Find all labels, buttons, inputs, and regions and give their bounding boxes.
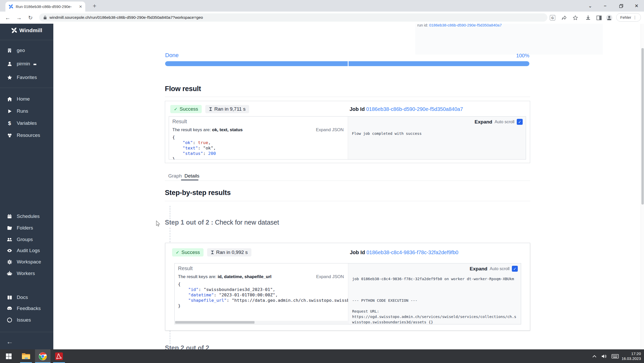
calendar-icon	[7, 214, 12, 219]
job-id-link[interactable]: 0186eb38-c8c4-9836-f78c-32fa2def9fb0	[366, 250, 458, 255]
window-chevron-button[interactable]: ⌄	[584, 2, 596, 10]
taskbar-clock[interactable]: 17:20 16.03.2023	[622, 351, 641, 361]
scrollbar-thumb[interactable]	[175, 321, 255, 324]
share-icon[interactable]	[561, 14, 567, 21]
browser-tab[interactable]: Run 0186eb38-c86b-d590-290e- ✕	[5, 2, 85, 12]
download-icon[interactable]	[585, 14, 591, 21]
profile-error-button[interactable]: Fehler ⋮	[616, 13, 641, 22]
profile-avatar-icon[interactable]	[606, 14, 613, 21]
groups-icon	[7, 237, 12, 242]
dollar-icon: $	[7, 120, 12, 126]
windmill-logo[interactable]: Windmill	[0, 27, 53, 33]
page-scrollbar[interactable]	[641, 24, 644, 349]
sidebar-item-label: Resources	[17, 132, 40, 138]
gear-icon	[7, 259, 12, 265]
cubes-icon	[7, 132, 12, 138]
play-icon	[7, 108, 12, 114]
translate-icon[interactable]: G	[549, 14, 556, 21]
window-minimize-button[interactable]: −	[599, 2, 611, 10]
back-button[interactable]: ←	[4, 14, 12, 22]
keyboard-icon[interactable]	[612, 354, 619, 359]
sidebar-item-label: Docs	[17, 295, 28, 300]
result-panel: Result The result keys are: id, datetime…	[174, 263, 521, 324]
sidebar-item-label: geo	[17, 48, 25, 53]
progress-bar	[165, 61, 529, 66]
sidebar-item-audit-logs[interactable]: Audit Logs	[7, 248, 40, 253]
check-icon: ✓	[174, 107, 177, 112]
sidebar-item-home[interactable]: Home	[7, 96, 30, 102]
sidebar-item-issues[interactable]: Issues	[7, 317, 31, 323]
window-close-button[interactable]: ✕	[631, 2, 642, 10]
forward-button[interactable]: →	[15, 14, 23, 22]
sidebar-item-groups[interactable]: Groups	[7, 237, 33, 242]
sidebar-item-variables[interactable]: $ Variables	[7, 120, 37, 126]
job-id-link[interactable]: 0186eb38-c86b-d590-290e-f5d350a840a7	[366, 106, 463, 112]
bookmark-star-icon[interactable]	[572, 14, 579, 21]
acrobat-taskbar-icon[interactable]	[52, 349, 66, 363]
result-label: Result	[172, 119, 187, 125]
result-panel: Result The result keys are: ok, text, st…	[169, 116, 526, 160]
expand-log-button[interactable]: Expand	[470, 266, 487, 272]
collapse-sidebar-button[interactable]: ←	[6, 338, 13, 346]
active-tab-underline	[181, 180, 198, 180]
sidebar-item-schedules[interactable]: Schedules	[7, 214, 40, 219]
new-tab-button[interactable]: +	[91, 2, 98, 10]
flow-connector-line	[170, 331, 170, 344]
tray-chevron-up-icon[interactable]	[592, 355, 597, 358]
log-panel: Expand Auto scroll ✓ job 0186eb38-c8c4-9…	[348, 263, 521, 324]
svg-text:G: G	[551, 16, 554, 20]
sidebar-item-resources[interactable]: Resources	[7, 132, 40, 138]
auto-scroll-checkbox[interactable]: ✓	[517, 119, 523, 125]
tab-close-icon[interactable]: ✕	[79, 4, 82, 9]
browser-tab-bar: Run 0186eb38-c86b-d590-290e- ✕ + ⌄ − ✕	[0, 0, 644, 12]
sidebar-divider	[0, 40, 53, 40]
url-text: windmill.sourcepole.ch/run/0186eb38-c86b…	[49, 15, 203, 20]
duration-badge: Ran in 0,992 s	[207, 248, 251, 256]
mouse-cursor	[155, 220, 161, 227]
result-keys-line: The result keys are: ok, text, status	[172, 127, 243, 132]
tab-graph[interactable]: Graph	[168, 173, 182, 179]
horizontal-scrollbar[interactable]	[175, 321, 348, 324]
chrome-taskbar-icon[interactable]	[35, 349, 50, 363]
file-explorer-taskbar-icon[interactable]	[19, 349, 33, 363]
tab-details[interactable]: Details	[184, 173, 199, 179]
flow-connector-line	[170, 206, 170, 219]
sidebar-item-workspace-settings[interactable]: Workspace	[7, 259, 41, 265]
sidebar: Windmill geo pirmin Favorites Home Runs	[0, 24, 53, 349]
sidebar-item-folders[interactable]: Folders	[7, 225, 33, 231]
run-id-link[interactable]: 0186eb38-c86b-d590-290e-f5d350a840a7	[429, 24, 502, 27]
discord-icon	[7, 306, 12, 311]
duration-badge: Ran in 9,711 s	[205, 105, 249, 113]
expand-json-button[interactable]: Expand JSON	[316, 274, 344, 279]
sidebar-item-workers[interactable]: Workers	[7, 271, 35, 276]
sidebar-item-user-pirmin[interactable]: pirmin	[7, 61, 37, 67]
window-restore-button[interactable]	[615, 2, 627, 10]
side-panel-icon[interactable]	[596, 14, 602, 21]
lock-icon	[43, 15, 47, 20]
sidebar-item-docs[interactable]: Docs	[7, 295, 28, 300]
tab-title: Run 0186eb38-c86b-d590-290e-	[16, 4, 77, 9]
auto-scroll-checkbox[interactable]: ✓	[512, 266, 518, 272]
step-results-heading: Step-by-step results	[165, 189, 231, 197]
expand-log-button[interactable]: Expand	[474, 119, 492, 125]
scrollbar-thumb[interactable]	[641, 48, 644, 205]
reload-button[interactable]: ↻	[27, 14, 34, 22]
star-icon	[7, 75, 12, 80]
more-menu-icon[interactable]: ⋮	[633, 15, 637, 20]
building-icon	[7, 48, 12, 53]
result-keys-line: The result keys are: id, datetime, shape…	[178, 274, 272, 279]
check-icon: ✓	[518, 120, 521, 124]
start-button[interactable]	[2, 349, 15, 363]
sidebar-divider	[0, 88, 53, 88]
expand-json-button[interactable]: Expand JSON	[316, 127, 344, 132]
sidebar-item-label: Audit Logs	[17, 248, 40, 253]
sidebar-item-runs[interactable]: Runs	[7, 108, 28, 114]
volume-icon[interactable]	[601, 354, 607, 359]
run-status-label: Done	[165, 52, 179, 59]
flow-result-box: ✓ Success Ran in 9,711 s Job Id 0186eb38…	[165, 101, 530, 163]
sidebar-item-workspace-geo[interactable]: geo	[7, 48, 25, 53]
sidebar-item-feedbacks[interactable]: Feedbacks	[7, 306, 41, 311]
result-json: { "id": "swissboundaries3d_2023-01", "da…	[178, 281, 348, 308]
sidebar-item-favorites[interactable]: Favorites	[7, 75, 37, 80]
address-bar[interactable]: windmill.sourcepole.ch/run/0186eb38-c86b…	[39, 13, 547, 22]
